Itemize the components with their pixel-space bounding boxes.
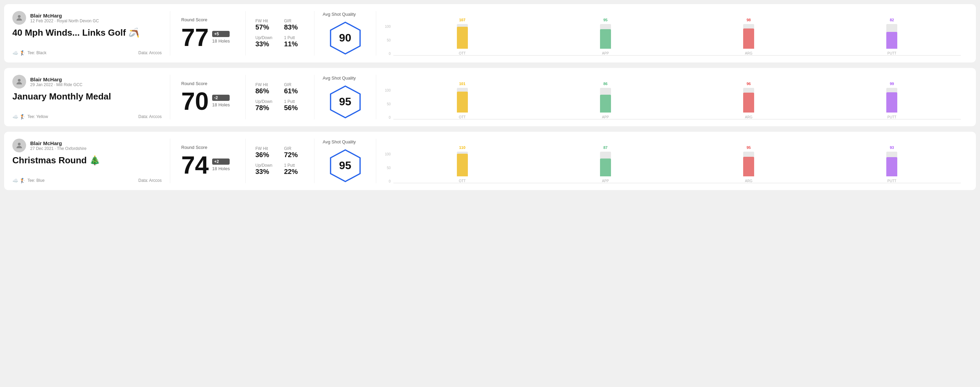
score-details-1: +5 18 Holes bbox=[212, 31, 230, 44]
bar-value-putt: 99 bbox=[890, 82, 894, 86]
oneputt-stat-3: 1 Putt 22% bbox=[284, 163, 305, 176]
y-axis: 100 50 0 bbox=[383, 152, 391, 183]
y-axis: 100 50 0 bbox=[383, 89, 391, 119]
hexagon-quality: 90 bbox=[328, 21, 363, 55]
score-row-1: 77 +5 18 Holes bbox=[181, 25, 234, 50]
user-info-1: Blair McHarg 12 Feb 2022 · Royal North D… bbox=[30, 13, 99, 23]
bar-bg-ott bbox=[457, 24, 468, 49]
bar-bg-app bbox=[600, 88, 611, 113]
bar-label-app: APP bbox=[602, 179, 609, 183]
score-details-2: -2 18 Holes bbox=[212, 95, 230, 107]
stats-grid-1: FW Hit 57% GIR 83% Up/Down 33% 1 Putt 11… bbox=[255, 19, 304, 48]
bar-column-arg: 98 ARG bbox=[680, 18, 818, 55]
gir-stat-2: GIR 61% bbox=[284, 82, 305, 95]
fw-hit-stat-3: FW Hit 36% bbox=[255, 146, 276, 159]
bar-fill-putt bbox=[886, 92, 897, 113]
updown-value-3: 33% bbox=[255, 168, 276, 176]
bar-bg-putt bbox=[886, 88, 897, 113]
score-section-3: Round Score 74 +2 18 Holes bbox=[170, 139, 246, 183]
bar-chart: 100 50 0 107 OTT 95 APP bbox=[383, 11, 961, 56]
round-left-3: Blair McHarg 27 Dec 2021 · The Oxfordshi… bbox=[12, 139, 170, 183]
round-score-label-1: Round Score bbox=[181, 17, 234, 22]
round-card-1: Blair McHarg 12 Feb 2022 · Royal North D… bbox=[4, 4, 976, 62]
bar-bg-arg bbox=[743, 24, 754, 49]
bar-fill-arg bbox=[743, 93, 754, 113]
bar-label-arg: ARG bbox=[745, 179, 752, 183]
score-section-2: Round Score 70 -2 18 Holes bbox=[170, 75, 246, 119]
updown-value-1: 33% bbox=[255, 40, 276, 48]
gir-stat-1: GIR 83% bbox=[284, 19, 305, 31]
bar-fill-app bbox=[600, 29, 611, 49]
tee-label-1: Tee: Black bbox=[27, 51, 46, 55]
score-row-3: 74 +2 18 Holes bbox=[181, 153, 234, 178]
avatar-2 bbox=[12, 75, 26, 89]
oneputt-value-1: 11% bbox=[284, 40, 305, 48]
weather-icon-3: ☁️ 🏌️ bbox=[12, 178, 25, 183]
oneputt-stat-2: 1 Putt 56% bbox=[284, 99, 305, 112]
bar-column-app: 87 APP bbox=[536, 146, 674, 183]
chart-section-2: 100 50 0 101 OTT 86 APP bbox=[376, 75, 968, 119]
gir-label-1: GIR bbox=[284, 19, 305, 23]
round-left-2: Blair McHarg 29 Jan 2022 · Mill Ride GCC… bbox=[12, 75, 170, 119]
footer-info-3: ☁️ 🏌️ Tee: Blue Data: Arccos bbox=[12, 178, 162, 183]
updown-label-3: Up/Down bbox=[255, 163, 276, 168]
quality-score: 95 bbox=[339, 159, 352, 172]
avatar-3 bbox=[12, 139, 26, 152]
bar-value-putt: 93 bbox=[890, 146, 894, 149]
fw-hit-value-3: 36% bbox=[255, 151, 276, 159]
oneputt-label-3: 1 Putt bbox=[284, 163, 305, 168]
bar-value-arg: 95 bbox=[746, 146, 751, 149]
bar-value-app: 87 bbox=[603, 146, 608, 149]
quality-section-3: Avg Shot Quality 95 bbox=[314, 139, 376, 183]
bar-fill-ott bbox=[457, 92, 468, 113]
user-meta-3: 27 Dec 2021 · The Oxfordshire bbox=[30, 146, 86, 151]
quality-score: 90 bbox=[339, 32, 352, 44]
bar-column-app: 95 APP bbox=[536, 18, 674, 55]
bar-label-putt: PUTT bbox=[887, 115, 896, 119]
stats-section-3: FW Hit 36% GIR 72% Up/Down 33% 1 Putt 22… bbox=[246, 139, 314, 183]
gir-label-2: GIR bbox=[284, 82, 305, 87]
bar-label-putt: PUTT bbox=[887, 179, 896, 183]
data-source-3: Data: Arccos bbox=[138, 178, 162, 183]
score-row-2: 70 -2 18 Holes bbox=[181, 89, 234, 114]
bar-chart: 100 50 0 110 OTT 87 APP bbox=[383, 139, 961, 183]
bar-value-arg: 96 bbox=[746, 82, 751, 86]
user-header-3: Blair McHarg 27 Dec 2021 · The Oxfordshi… bbox=[12, 139, 162, 152]
bar-fill-ott bbox=[457, 27, 468, 49]
bar-value-ott: 101 bbox=[459, 82, 465, 86]
bar-column-putt: 93 PUTT bbox=[823, 146, 961, 183]
score-badge-1: +5 bbox=[212, 31, 230, 37]
stats-section-1: FW Hit 57% GIR 83% Up/Down 33% 1 Putt 11… bbox=[246, 11, 314, 56]
quality-label-3: Avg Shot Quality bbox=[323, 139, 356, 144]
bar-label-app: APP bbox=[602, 115, 609, 119]
bars-area: 101 OTT 86 APP 96 ARG bbox=[393, 82, 961, 119]
tee-label-2: Tee: Yellow bbox=[27, 114, 48, 119]
bar-column-ott: 101 OTT bbox=[393, 82, 531, 119]
svg-point-2 bbox=[18, 79, 21, 82]
big-score-2: 70 bbox=[181, 89, 209, 114]
round-title-2: January Monthly Medal bbox=[12, 91, 162, 102]
fw-hit-value-2: 86% bbox=[255, 87, 276, 95]
stats-grid-2: FW Hit 86% GIR 61% Up/Down 78% 1 Putt 56… bbox=[255, 82, 304, 112]
fw-hit-label-1: FW Hit bbox=[255, 19, 276, 23]
stats-section-2: FW Hit 86% GIR 61% Up/Down 78% 1 Putt 56… bbox=[246, 75, 314, 119]
bar-value-app: 95 bbox=[603, 18, 608, 22]
user-header-2: Blair McHarg 29 Jan 2022 · Mill Ride GCC bbox=[12, 75, 162, 89]
svg-point-4 bbox=[18, 143, 21, 146]
bar-bg-app bbox=[600, 24, 611, 49]
bar-bg-arg bbox=[743, 152, 754, 176]
bar-bg-ott bbox=[457, 152, 468, 176]
round-title-3: Christmas Round 🎄 bbox=[12, 155, 162, 166]
weather-icon-2: ☁️ 🏌️ bbox=[12, 114, 25, 119]
bar-label-arg: ARG bbox=[745, 51, 752, 55]
quality-section-2: Avg Shot Quality 95 bbox=[314, 75, 376, 119]
avatar-1 bbox=[12, 11, 26, 25]
round-score-label-2: Round Score bbox=[181, 81, 234, 86]
bar-label-ott: OTT bbox=[459, 115, 466, 119]
oneputt-stat-1: 1 Putt 11% bbox=[284, 35, 305, 48]
bar-fill-arg bbox=[743, 29, 754, 49]
score-section-1: Round Score 77 +5 18 Holes bbox=[170, 11, 246, 56]
score-badge-3: +2 bbox=[212, 159, 230, 165]
bar-label-putt: PUTT bbox=[887, 51, 896, 55]
bar-label-ott: OTT bbox=[459, 51, 466, 55]
